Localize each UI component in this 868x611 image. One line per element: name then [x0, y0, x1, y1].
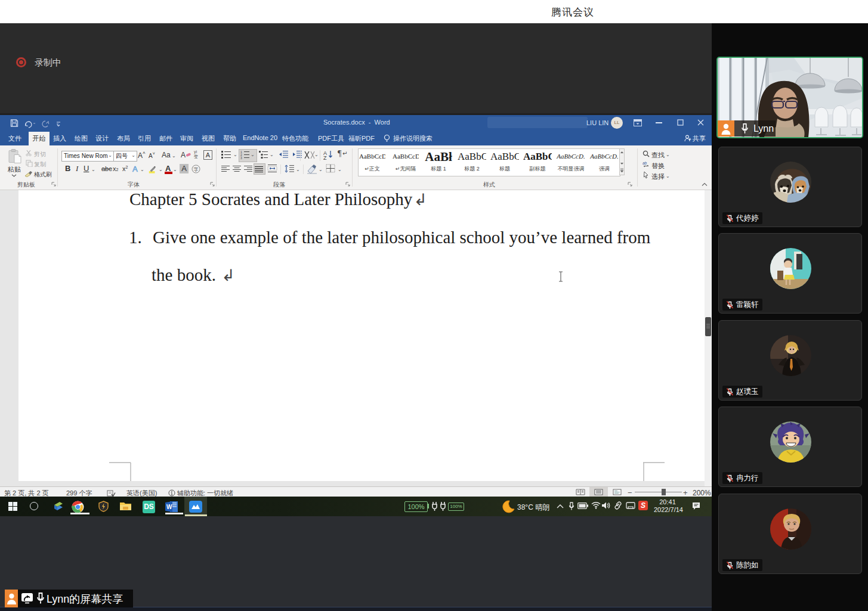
svg-text:W: W: [166, 504, 172, 510]
svg-text:ab: ab: [642, 161, 647, 165]
svg-text:Z: Z: [323, 155, 327, 160]
svg-text:3: 3: [240, 156, 242, 159]
svg-text:字: 字: [194, 167, 199, 172]
